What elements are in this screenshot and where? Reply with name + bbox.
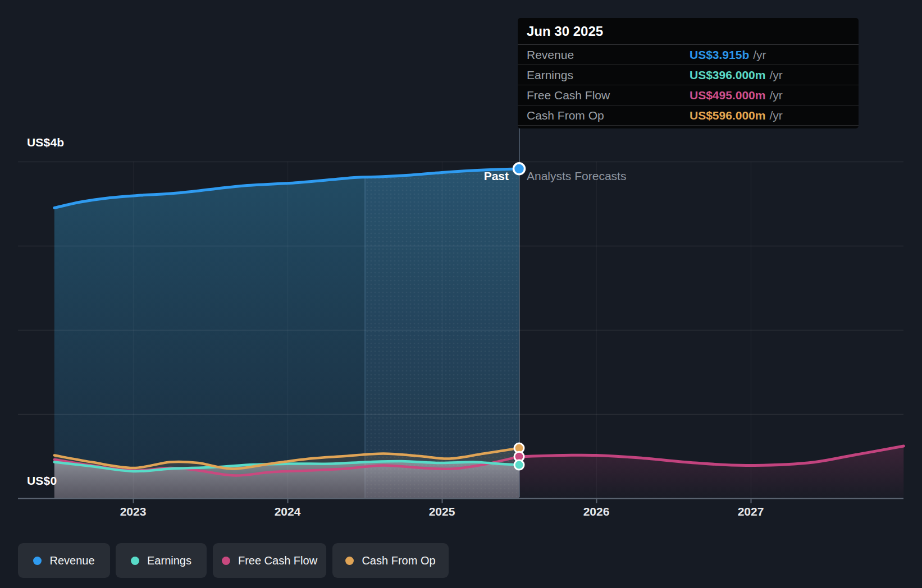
y-axis-label-zero: US$0 [27, 474, 57, 488]
marker-revenue [514, 163, 525, 174]
tooltip-row-unit: /yr [753, 48, 766, 62]
tooltip-date: Jun 30 2025 [518, 18, 859, 45]
tooltip-row-label: Cash From Op [527, 109, 604, 122]
tooltip-row-label: Free Cash Flow [527, 89, 610, 102]
legend-item-revenue[interactable]: Revenue [18, 543, 110, 578]
legend-dot-icon [131, 557, 139, 565]
x-axis-label-2027: 2027 [724, 505, 778, 518]
x-axis-label-2025: 2025 [415, 505, 469, 518]
tooltip-row: EarningsUS$396.000m/yr [518, 65, 859, 85]
tooltip-row-value: US$396.000m/yr [690, 68, 783, 82]
legend-item-earnings[interactable]: Earnings [116, 543, 207, 578]
tooltip-row: Cash From OpUS$596.000m/yr [518, 105, 859, 126]
tooltip-row: RevenueUS$3.915b/yr [518, 45, 859, 65]
tooltip-row-value: US$495.000m/yr [690, 89, 783, 102]
x-axis-label-2023: 2023 [106, 505, 160, 518]
legend-item-label: Cash From Op [362, 554, 435, 567]
legend-item-label: Free Cash Flow [238, 554, 317, 567]
marker-earnings [514, 460, 524, 470]
x-axis-label-2026: 2026 [569, 505, 623, 518]
tooltip-row-unit: /yr [769, 89, 782, 102]
legend-item-label: Revenue [49, 554, 94, 567]
tooltip-row-label: Earnings [527, 68, 573, 82]
x-axis-label-2024: 2024 [261, 505, 314, 518]
past-label: Past [408, 169, 509, 183]
legend-dot-icon [33, 557, 42, 565]
legend-dot-icon [222, 557, 230, 565]
tooltip-row-value: US$3.915b/yr [690, 48, 766, 62]
legend-item-label: Earnings [147, 554, 191, 567]
y-axis-label-top: US$4b [27, 136, 64, 149]
tooltip-row: Free Cash FlowUS$495.000m/yr [518, 85, 859, 105]
analysts-forecasts-label: Analysts Forecasts [527, 169, 626, 183]
legend-dot-icon [345, 557, 354, 565]
tooltip-row-unit: /yr [769, 68, 782, 82]
legend-item-free-cash-flow[interactable]: Free Cash Flow [213, 543, 326, 578]
tooltip-row-label: Revenue [527, 48, 574, 62]
legend-item-cash-from-op[interactable]: Cash From Op [332, 543, 449, 578]
tooltip-row-unit: /yr [769, 109, 782, 122]
financial-growth-chart-page: { "y_axis": { "top_label": "US$4b", "zer… [0, 0, 922, 588]
tooltip-rows: RevenueUS$3.915b/yrEarningsUS$396.000m/y… [518, 45, 859, 126]
tooltip-row-value: US$596.000m/yr [690, 109, 783, 122]
chart-tooltip: Jun 30 2025 RevenueUS$3.915b/yrEarningsU… [518, 18, 859, 128]
